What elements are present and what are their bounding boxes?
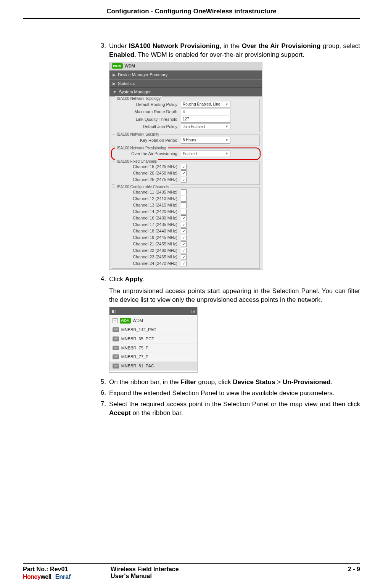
- ap-icon: AP: [113, 354, 119, 359]
- checkbox[interactable]: ✓: [181, 215, 187, 221]
- field-label: Over the Air Provisioning:: [114, 151, 181, 157]
- group-configurable-channels: ISA100 Configurable Channels Channel 11 …: [112, 187, 260, 269]
- list-item[interactable]: APMNBBR_81_PAC: [109, 362, 197, 371]
- wdm-icon: WDM: [112, 63, 123, 69]
- step-5: 5. On the ribbon bar, in the Filter grou…: [95, 378, 360, 387]
- text: group, click: [196, 378, 233, 386]
- tree-nav-item[interactable]: ▼System Manager: [109, 88, 262, 96]
- collapse-icon[interactable]: ◧: [112, 308, 116, 314]
- ap-icon: AP: [113, 336, 119, 341]
- screenshot-selection-panel: ◧ ◲ +WDMWDM APMNBBR_142_PAC APMNBBR_65_P…: [109, 307, 198, 373]
- chevron-down-icon: ▼: [225, 124, 229, 129]
- checkbox[interactable]: [181, 196, 187, 202]
- text: , in the: [220, 42, 242, 50]
- field-label: Channel 24 (2470 MHz):: [114, 261, 181, 266]
- field-label: Maximum Route Depth:: [114, 109, 181, 115]
- dropdown-value: Join Enabled: [183, 124, 205, 130]
- tree-title-bar: WDM WDM: [109, 62, 262, 70]
- list-item[interactable]: APMNBBR_75_P: [109, 344, 197, 353]
- refresh-icon[interactable]: ◲: [191, 308, 195, 314]
- step-num: 4.: [95, 275, 109, 376]
- tree-nav-item[interactable]: ▶Statistics: [109, 79, 262, 88]
- text: .: [143, 276, 145, 283]
- list-item[interactable]: APMNBBR_77_P: [109, 352, 197, 362]
- text-bold: Apply: [125, 276, 143, 283]
- list-item[interactable]: +WDMWDM: [109, 316, 197, 325]
- text: On the ribbon bar, in the: [109, 378, 180, 386]
- checkbox[interactable]: ✓: [181, 222, 187, 228]
- checkbox[interactable]: [181, 202, 187, 208]
- text: Expand the extended Selection Panel to v…: [109, 389, 360, 398]
- checkbox[interactable]: [181, 189, 187, 195]
- step-3: 3. Under ISA100 Network Provisioning, in…: [95, 42, 360, 273]
- text-bold: Un-Provisioned: [283, 378, 331, 386]
- chevron-right-icon: ▶: [113, 81, 116, 87]
- text: >: [275, 378, 283, 386]
- field-label: Channel 20 (2450 MHz):: [114, 170, 181, 176]
- step-num: 5.: [95, 378, 109, 387]
- checkbox[interactable]: ✓: [181, 170, 187, 176]
- group-legend: ISA100 Network Topology: [115, 96, 162, 101]
- field-label: Channel 11 (2405 MHz):: [114, 189, 181, 195]
- chevron-down-icon: ▼: [225, 102, 229, 107]
- dropdown[interactable]: Enabled▼: [181, 151, 230, 157]
- checkbox[interactable]: ✓: [181, 261, 187, 266]
- page-header: Configuration - Configuring OneWireless …: [23, 8, 360, 19]
- field-label: Channel 14 (2420 MHz):: [114, 209, 181, 215]
- step-num: 3.: [95, 42, 109, 273]
- checkbox[interactable]: ✓: [181, 241, 187, 247]
- dropdown[interactable]: Routing Enabled, Line▼: [181, 101, 230, 108]
- checkbox[interactable]: ✓: [181, 254, 187, 260]
- group-legend: ISA100 Configurable Channels: [115, 184, 171, 190]
- field-label: Default Routing Policy:: [114, 102, 181, 107]
- tree-nav-item[interactable]: ▶Device Manager Summary: [109, 70, 262, 79]
- group-topology: ISA100 Network Topology Default Routing …: [112, 99, 260, 132]
- dropdown[interactable]: 8 Hours▼: [181, 137, 230, 144]
- group-legend: ISA100 Network Provisioning: [115, 146, 168, 151]
- ap-icon: AP: [113, 327, 119, 332]
- checkbox[interactable]: ✓: [181, 164, 187, 170]
- text: . The WDM is enabled for over-the-air pr…: [134, 51, 304, 58]
- page-number: 2 - 9: [348, 566, 360, 573]
- step-num: 7.: [95, 400, 109, 418]
- checkbox[interactable]: ✓: [181, 228, 187, 234]
- expand-icon[interactable]: +: [113, 318, 117, 323]
- checkbox[interactable]: [181, 209, 187, 215]
- field-label: Channel 19 (2445 MHz):: [114, 235, 181, 240]
- field-label: Channel 12 (2410 MHz):: [114, 196, 181, 202]
- tree-title: WDM: [125, 63, 135, 69]
- chevron-down-icon: ▼: [113, 89, 117, 95]
- dropdown-value: 8 Hours: [183, 138, 196, 143]
- text: Select the required access point in the …: [109, 401, 360, 408]
- ap-icon: AP: [113, 364, 119, 369]
- dropdown[interactable]: Join Enabled▼: [181, 123, 230, 130]
- text-bold: Accept: [109, 409, 131, 417]
- group-legend: ISA100 Network Security: [115, 132, 161, 137]
- group-provisioning: ISA100 Network Provisioning Over the Air…: [112, 148, 260, 160]
- field-label: Link Quality Threshold:: [114, 117, 181, 122]
- nav-label: System Manager: [119, 89, 151, 95]
- field-label: Channel 17 (2435 MHz):: [114, 222, 181, 228]
- part-number: Part No.: Rev01: [23, 566, 111, 573]
- text: group, select: [320, 42, 360, 50]
- checkbox[interactable]: ✓: [181, 248, 187, 253]
- step-6: 6. Expand the extended Selection Panel t…: [95, 389, 360, 398]
- text-input[interactable]: 127: [181, 116, 230, 123]
- field-label: Channel 18 (2440 MHz):: [114, 228, 181, 234]
- field-label: Key Rotation Period:: [114, 138, 181, 143]
- text: Click: [109, 276, 125, 283]
- list-item[interactable]: APMNBBR_65_PCT: [109, 335, 197, 344]
- field-label: Channel 16 (2430 MHz):: [114, 215, 181, 221]
- text: Under: [109, 42, 129, 50]
- text-input[interactable]: 4: [181, 109, 230, 115]
- step-7: 7. Select the required access point in t…: [95, 400, 360, 418]
- list-item[interactable]: APMNBBR_142_PAC: [109, 325, 197, 335]
- page-footer: Part No.: Rev01 Honeywell Enraf Wireless…: [23, 563, 360, 580]
- checkbox[interactable]: ✓: [181, 235, 187, 240]
- checkbox[interactable]: ✓: [181, 177, 187, 183]
- group-fixed-channels: ISA100 Fixed Channels Channel 15 (2425 M…: [112, 162, 260, 185]
- list-label: MNBBR_77_P: [121, 354, 149, 360]
- field-label: Default Join Policy:: [114, 124, 181, 130]
- paragraph: The unprovisioned access points start ap…: [109, 287, 360, 304]
- chevron-right-icon: ▶: [113, 72, 116, 78]
